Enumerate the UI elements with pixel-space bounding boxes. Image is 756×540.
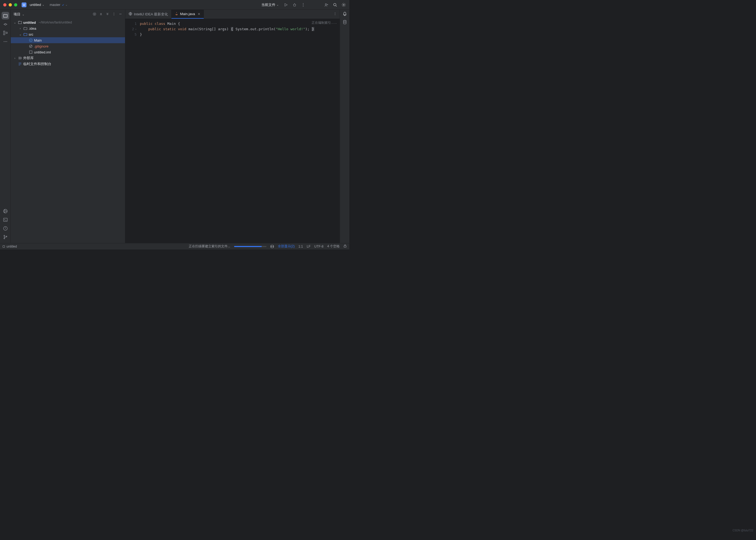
- svg-point-24: [94, 14, 95, 14]
- tree-item-label: .idea: [29, 27, 36, 31]
- tree-item-label: .gitignore: [34, 44, 48, 48]
- debug-button[interactable]: [292, 2, 297, 7]
- status-scanning: 正在扫描要建立索引的文件...: [189, 244, 230, 249]
- tree-item-src[interactable]: ⌄ src: [11, 31, 125, 37]
- notifications-button[interactable]: [342, 11, 347, 17]
- code-content: public class Main { public static void m…: [139, 19, 340, 243]
- code-with-me-icon[interactable]: [324, 2, 329, 7]
- svg-text:C: C: [30, 39, 32, 42]
- tree-root-path: ~/Work/wx/fanli/untitled: [39, 21, 72, 24]
- more-actions[interactable]: [301, 2, 306, 7]
- svg-point-9: [343, 4, 344, 5]
- editor-tabs: IntelliJ IDEA 最新变化 Main.java ✕: [125, 10, 340, 19]
- tree-item-label: 临时文件和控制台: [23, 62, 51, 67]
- commit-tool-button[interactable]: [2, 21, 9, 28]
- vcs-tool-button[interactable]: [2, 233, 9, 241]
- run-config-label: 当前文件: [261, 2, 275, 7]
- chevron-down-icon: ⌄: [65, 3, 67, 6]
- minimize-window[interactable]: [9, 3, 12, 6]
- services-tool-button[interactable]: [2, 207, 9, 215]
- more-tools-button[interactable]: [2, 38, 9, 45]
- svg-point-4: [303, 3, 304, 4]
- terminal-tool-button[interactable]: [2, 216, 9, 223]
- svg-rect-12: [4, 34, 5, 35]
- window-controls: [3, 3, 17, 6]
- svg-point-15: [5, 41, 6, 42]
- editor-main: IntelliJ IDEA 最新变化 Main.java ✕ 正在编制索引...…: [125, 10, 340, 243]
- svg-point-14: [4, 41, 4, 42]
- search-icon[interactable]: [333, 2, 337, 7]
- svg-point-6: [303, 6, 304, 6]
- svg-point-37: [343, 20, 346, 21]
- status-encoding[interactable]: UTF-8: [314, 245, 323, 248]
- maximize-window[interactable]: [14, 3, 17, 6]
- sidebar-header: 项目 ⌄: [11, 10, 125, 19]
- tool-window-toggle-icon[interactable]: [3, 245, 5, 248]
- project-name-label: untitled: [30, 3, 41, 7]
- problems-tool-button[interactable]: [2, 225, 9, 232]
- svg-rect-13: [6, 32, 7, 34]
- pause-indexing-button[interactable]: ❚❚: [270, 245, 274, 248]
- tree-item-gitignore[interactable]: .gitignore: [11, 43, 125, 49]
- tree-item-iml[interactable]: untitled.iml: [11, 49, 125, 55]
- folder-icon: [23, 27, 28, 30]
- left-tool-rail: [0, 10, 11, 243]
- branch-selector[interactable]: master ↙ ⌄: [48, 2, 68, 7]
- run-button[interactable]: [284, 2, 288, 7]
- collapse-all-icon[interactable]: [106, 12, 109, 17]
- svg-point-5: [303, 4, 304, 5]
- tree-item-external-libraries[interactable]: › 外部库: [11, 55, 125, 61]
- select-opened-file-icon[interactable]: [93, 12, 96, 17]
- svg-point-25: [114, 12, 114, 13]
- sidebar-more-icon[interactable]: [112, 12, 116, 17]
- chevron-down-icon: ⌄: [13, 21, 17, 24]
- svg-point-26: [114, 14, 114, 14]
- source-folder-icon: [23, 32, 28, 36]
- hide-sidebar-icon[interactable]: [119, 12, 122, 17]
- project-selector[interactable]: untitled ⌄: [29, 2, 45, 7]
- tree-root[interactable]: ⌄ untitled ~/Work/wx/fanli/untitled: [11, 19, 125, 25]
- fold-icon[interactable]: ›: [135, 27, 137, 32]
- status-line-separator[interactable]: LF: [307, 245, 311, 248]
- project-tool-button[interactable]: [2, 12, 9, 19]
- tabs-more-icon[interactable]: [333, 12, 337, 17]
- close-window[interactable]: [3, 3, 6, 6]
- svg-point-16: [6, 41, 7, 42]
- status-breadcrumb[interactable]: untitled: [6, 245, 17, 248]
- tree-item-main[interactable]: C Main: [11, 37, 125, 43]
- structure-tool-button[interactable]: [2, 29, 9, 37]
- chevron-down-icon[interactable]: ⌄: [22, 13, 24, 16]
- project-sidebar: 项目 ⌄ ⌄ untitled ~/Work/wx/fanli/untitled…: [11, 10, 125, 243]
- sidebar-title: 项目: [14, 12, 21, 17]
- status-bar: untitled 正在扫描要建立索引的文件... ❚❚ 全部显示(2) 1:1 …: [0, 243, 349, 249]
- scratch-icon: [18, 62, 22, 66]
- svg-point-35: [335, 14, 335, 14]
- status-indent[interactable]: 4 个空格: [327, 244, 340, 249]
- module-icon: [18, 21, 22, 24]
- expand-all-icon[interactable]: [99, 12, 103, 17]
- svg-rect-32: [30, 51, 32, 54]
- tree-item-scratches[interactable]: 临时文件和控制台: [11, 61, 125, 67]
- readonly-toggle-icon[interactable]: [343, 244, 347, 248]
- project-tree: ⌄ untitled ~/Work/wx/fanli/untitled › .i…: [11, 19, 125, 243]
- line-number: 1: [134, 21, 137, 27]
- run-config-selector[interactable]: 当前文件 ⌄: [260, 2, 280, 8]
- tab-main-java[interactable]: Main.java ✕: [172, 10, 204, 19]
- library-icon: [18, 56, 22, 60]
- settings-icon[interactable]: [341, 2, 346, 7]
- close-tab-icon[interactable]: ✕: [197, 12, 200, 16]
- status-cursor-pos[interactable]: 1:1: [298, 245, 303, 248]
- database-tool-button[interactable]: [342, 20, 347, 25]
- tab-whatsnew[interactable]: IntelliJ IDEA 最新变化: [125, 10, 172, 19]
- editor-gutter: 1 2› 5: [125, 19, 139, 243]
- svg-point-27: [114, 15, 114, 15]
- tree-item-label: 外部库: [23, 56, 34, 61]
- branch-label: master: [50, 3, 61, 7]
- tab-label: Main.java: [180, 12, 195, 16]
- line-number: 2: [132, 27, 134, 32]
- tree-item-idea[interactable]: › .idea: [11, 25, 125, 31]
- branch-incoming-icon: ↙: [62, 3, 64, 6]
- status-show-all[interactable]: 全部显示(2): [278, 244, 295, 249]
- code-editor[interactable]: 正在编制索引... 1 2› 5 public class Main { pub…: [125, 19, 340, 243]
- svg-rect-11: [4, 31, 5, 32]
